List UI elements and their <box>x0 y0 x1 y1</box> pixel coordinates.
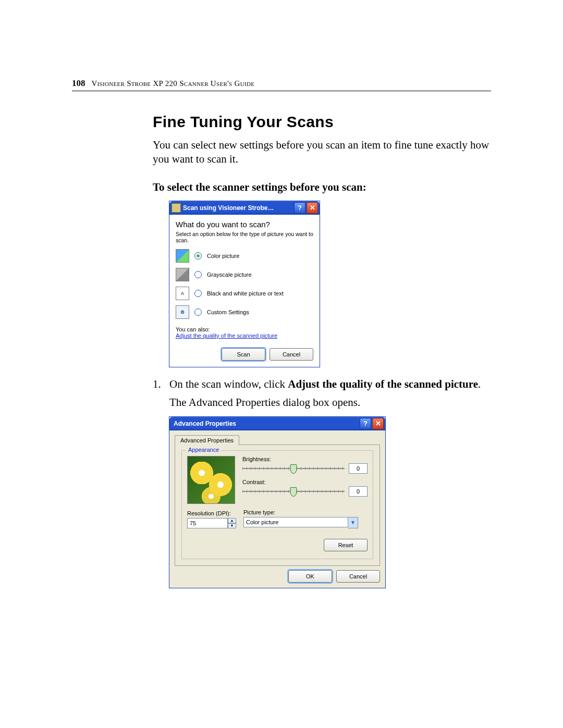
option-color[interactable]: Color picture <box>176 249 313 263</box>
close-icon[interactable]: ✕ <box>307 202 318 214</box>
grayscale-picture-icon <box>176 268 189 281</box>
close-icon[interactable]: ✕ <box>372 418 384 429</box>
scan-wizard-dialog: Scan using Visioneer Strobe… ? ✕ What do… <box>169 201 320 367</box>
picture-type-input[interactable] <box>243 517 348 527</box>
color-picture-icon <box>176 249 189 263</box>
ok-button[interactable]: OK <box>288 570 332 583</box>
brightness-slider[interactable] <box>242 464 345 473</box>
resolution-label: Resolution (DPI): <box>187 510 236 516</box>
option-label: Black and white picture or text <box>207 290 284 297</box>
slider-thumb-icon[interactable] <box>290 487 297 497</box>
adjust-quality-link[interactable]: Adjust the quality of the scanned pictur… <box>176 332 313 339</box>
radio-color[interactable] <box>194 252 202 260</box>
bw-picture-icon: A <box>176 287 189 300</box>
option-label: Color picture <box>207 253 239 259</box>
appearance-legend: Appearance <box>186 447 221 453</box>
scan-button[interactable]: Scan <box>222 348 265 361</box>
spin-up-icon[interactable]: ▲ <box>228 518 236 523</box>
option-custom[interactable]: ⚙ Custom Settings <box>176 305 313 319</box>
option-label: Grayscale picture <box>207 272 252 278</box>
reset-button[interactable]: Reset <box>324 539 368 551</box>
option-bw[interactable]: A Black and white picture or text <box>176 287 313 300</box>
appearance-group: Appearance Brightness: 0 Contrast: <box>181 450 373 559</box>
chevron-down-icon[interactable]: ▼ <box>348 517 358 528</box>
scanner-icon <box>172 203 181 213</box>
radio-custom[interactable] <box>194 309 202 316</box>
resolution-stepper[interactable]: ▲ ▼ <box>187 518 236 528</box>
preview-image <box>187 456 235 504</box>
radio-grayscale[interactable] <box>194 271 202 278</box>
spin-down-icon[interactable]: ▼ <box>228 523 236 528</box>
resolution-input[interactable] <box>187 518 228 528</box>
advanced-properties-dialog: Advanced Properties ? ✕ Advanced Propert… <box>169 417 385 588</box>
radio-bw[interactable] <box>194 290 202 297</box>
picture-type-combo[interactable]: ▼ <box>243 517 358 528</box>
cancel-button[interactable]: Cancel <box>270 348 313 361</box>
header-title: Visioneer Strobe XP 220 Scanner User's G… <box>92 79 255 88</box>
dialog2-title: Advanced Properties <box>172 420 359 427</box>
option-grayscale[interactable]: Grayscale picture <box>176 268 313 281</box>
step-text: On the scan window, click Adjust the qua… <box>169 377 481 391</box>
section-intro: You can select new settings before you s… <box>153 138 491 166</box>
running-header: 108 Visioneer Strobe XP 220 Scanner User… <box>72 78 491 91</box>
contrast-label: Contrast: <box>242 479 368 485</box>
step-number: 1. <box>153 377 162 391</box>
page-number: 108 <box>72 78 85 89</box>
contrast-value[interactable]: 0 <box>349 486 368 497</box>
dialog2-titlebar: Advanced Properties ? ✕ <box>169 417 385 430</box>
picture-type-label: Picture type: <box>243 509 368 515</box>
dialog1-subtext: Select an option below for the type of p… <box>176 231 313 244</box>
slider-thumb-icon[interactable] <box>290 464 297 474</box>
help-icon[interactable]: ? <box>360 418 371 429</box>
cancel-button[interactable]: Cancel <box>336 570 380 583</box>
dialog1-titlebar: Scan using Visioneer Strobe… ? ✕ <box>169 201 320 215</box>
brightness-value[interactable]: 0 <box>349 463 368 474</box>
help-icon[interactable]: ? <box>294 202 305 214</box>
section-title: Fine Tuning Your Scans <box>153 113 491 131</box>
tab-advanced-properties[interactable]: Advanced Properties <box>175 435 239 445</box>
you-can-also-label: You can also: <box>176 326 313 332</box>
step-1: 1. On the scan window, click Adjust the … <box>153 377 491 391</box>
custom-settings-icon: ⚙ <box>176 305 189 319</box>
section-subhead: To select the scanner settings before yo… <box>153 181 491 194</box>
step-followup: The Advanced Properties dialog box opens… <box>169 396 491 410</box>
brightness-label: Brightness: <box>242 456 368 462</box>
contrast-slider[interactable] <box>242 487 345 496</box>
option-label: Custom Settings <box>207 309 249 315</box>
dialog1-title: Scan using Visioneer Strobe… <box>183 204 293 212</box>
dialog1-question: What do you want to scan? <box>176 220 313 229</box>
